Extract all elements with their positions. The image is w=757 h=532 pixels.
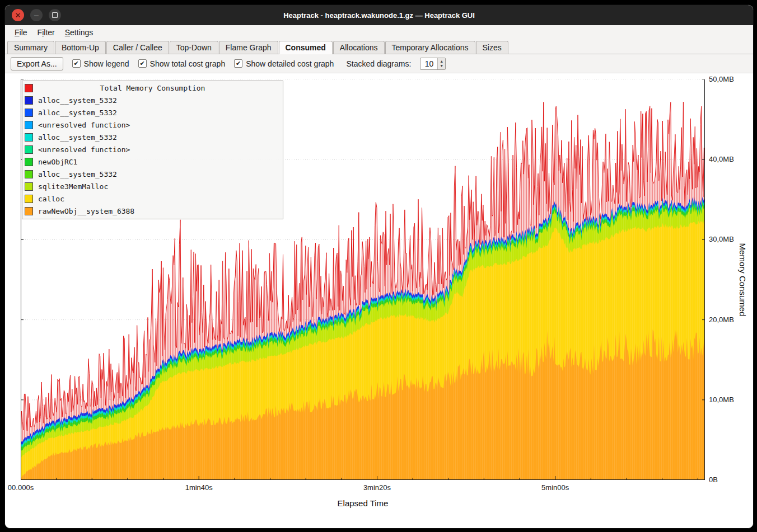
heaptrack-window: ✕ – Heaptrack - heaptrack.wakunode.1.gz … xyxy=(4,4,754,529)
checkbox-show-detailed-cost-graph[interactable]: ✔Show detailed cost graph xyxy=(234,59,334,68)
checkbox-label: Show total cost graph xyxy=(150,59,226,68)
checkbox-label: Show detailed cost graph xyxy=(246,59,334,68)
export-as-button[interactable]: Export As... xyxy=(11,57,63,70)
x-axis-tick-label: 1min40s xyxy=(185,483,213,492)
window-title: Heaptrack - heaptrack.wakunode.1.gz — He… xyxy=(283,11,475,20)
checkmark-icon: ✔ xyxy=(72,59,81,68)
legend-label: rawNewObj__system_6388 xyxy=(38,207,134,215)
legend-swatch xyxy=(25,195,33,203)
legend-item: sqlite3MemMalloc xyxy=(22,180,283,192)
tab-consumed[interactable]: Consumed xyxy=(279,41,333,54)
tab-sizes[interactable]: Sizes xyxy=(476,41,508,54)
titlebar[interactable]: ✕ – Heaptrack - heaptrack.wakunode.1.gz … xyxy=(5,5,753,25)
tab-allocations[interactable]: Allocations xyxy=(333,41,385,54)
legend-item: alloc__system_5332 xyxy=(22,168,283,180)
legend-swatch xyxy=(25,109,33,117)
maximize-icon xyxy=(52,12,58,18)
legend-label: sqlite3MemMalloc xyxy=(38,182,108,191)
legend-swatch xyxy=(25,121,33,129)
legend-label: <unresolved function> xyxy=(38,145,130,154)
tab-bottom-up[interactable]: Bottom-Up xyxy=(55,41,106,54)
spin-up-icon[interactable]: ▲ xyxy=(440,59,443,64)
tab-flame-graph[interactable]: Flame Graph xyxy=(219,41,278,54)
stacked-diagrams-value: 10 xyxy=(420,58,437,69)
y-axis-tick-label: 20,0MB xyxy=(709,316,734,324)
legend-swatch xyxy=(25,96,33,105)
legend-label: alloc__system_5332 xyxy=(38,133,117,142)
stacked-diagrams-label: Stacked diagrams: xyxy=(346,59,411,68)
x-axis-title: Elapsed Time xyxy=(338,498,389,508)
close-button[interactable]: ✕ xyxy=(12,9,24,21)
legend-title-swatch xyxy=(25,84,33,92)
checkmark-icon: ✔ xyxy=(138,59,147,68)
legend-item: alloc__system_5332 xyxy=(22,131,283,143)
legend-label: alloc__system_5332 xyxy=(38,109,117,117)
checkbox-label: Show legend xyxy=(84,59,129,68)
tabbar: SummaryBottom-UpCaller / CalleeTop-DownF… xyxy=(5,40,753,54)
legend-swatch xyxy=(25,182,33,191)
legend-swatch xyxy=(25,133,33,142)
y-axis-tick-label: 40,0MB xyxy=(709,155,734,163)
legend-item: newObjRC1 xyxy=(22,156,283,168)
legend-swatch xyxy=(25,158,33,166)
legend-swatch xyxy=(25,145,33,154)
stacked-diagrams-spinbox[interactable]: 10 ▲ ▼ xyxy=(420,58,446,70)
legend-label: alloc__system_5332 xyxy=(38,96,117,105)
maximize-button[interactable] xyxy=(49,9,61,21)
toolbar: Export As... ✔Show legend✔Show total cos… xyxy=(5,54,753,73)
toolbar-checkboxes: ✔Show legend✔Show total cost graph✔Show … xyxy=(72,59,334,68)
legend-item: <unresolved function> xyxy=(22,143,283,156)
chart-region: Total Memory Consumptionalloc__system_53… xyxy=(5,73,753,528)
legend-label: alloc__system_5332 xyxy=(38,170,117,178)
legend-item: <unresolved function> xyxy=(22,119,283,131)
legend-label: calloc xyxy=(38,195,64,203)
window-controls: ✕ – xyxy=(12,9,61,21)
menubar: FileFilterSettings xyxy=(5,25,753,40)
tab-caller-callee[interactable]: Caller / Callee xyxy=(106,41,169,54)
y-axis-tick-label: 0B xyxy=(709,475,718,484)
x-axis-tick-label: 5min00s xyxy=(541,483,569,492)
menu-file[interactable]: File xyxy=(10,26,32,39)
y-axis-tick-label: 30,0MB xyxy=(709,235,734,243)
legend-label: newObjRC1 xyxy=(38,158,77,166)
minimize-button[interactable]: – xyxy=(30,9,43,21)
legend-item: alloc__system_5332 xyxy=(22,106,283,119)
y-axis-tick-label: 50,0MB xyxy=(709,75,734,83)
checkbox-show-total-cost-graph[interactable]: ✔Show total cost graph xyxy=(138,59,226,68)
x-axis-tick-label: 00.000s xyxy=(8,483,34,492)
checkbox-show-legend[interactable]: ✔Show legend xyxy=(72,59,129,68)
minimize-icon: – xyxy=(34,11,39,20)
legend-swatch xyxy=(25,170,33,178)
legend-item: rawNewObj__system_6388 xyxy=(22,205,283,217)
menu-filter[interactable]: Filter xyxy=(32,26,60,39)
y-axis-title: Memory Consumed xyxy=(738,243,747,317)
spinbox-buttons: ▲ ▼ xyxy=(437,58,445,69)
legend-title-row: Total Memory Consumption xyxy=(22,82,283,94)
spin-down-icon[interactable]: ▼ xyxy=(440,64,443,68)
legend-item: calloc xyxy=(22,192,283,205)
legend-item: alloc__system_5332 xyxy=(22,94,283,106)
menu-settings[interactable]: Settings xyxy=(60,26,99,39)
checkmark-icon: ✔ xyxy=(234,59,242,68)
legend-swatch xyxy=(25,207,33,215)
chart-legend: Total Memory Consumptionalloc__system_53… xyxy=(22,81,283,219)
tab-temporary-allocations[interactable]: Temporary Allocations xyxy=(385,41,475,54)
legend-label: <unresolved function> xyxy=(38,121,130,129)
x-axis-tick-label: 3min20s xyxy=(363,483,391,492)
close-icon: ✕ xyxy=(15,11,21,20)
tab-summary[interactable]: Summary xyxy=(7,41,54,54)
tab-top-down[interactable]: Top-Down xyxy=(170,41,218,54)
y-axis-tick-label: 10,0MB xyxy=(709,396,734,404)
legend-title: Total Memory Consumption xyxy=(100,84,205,92)
